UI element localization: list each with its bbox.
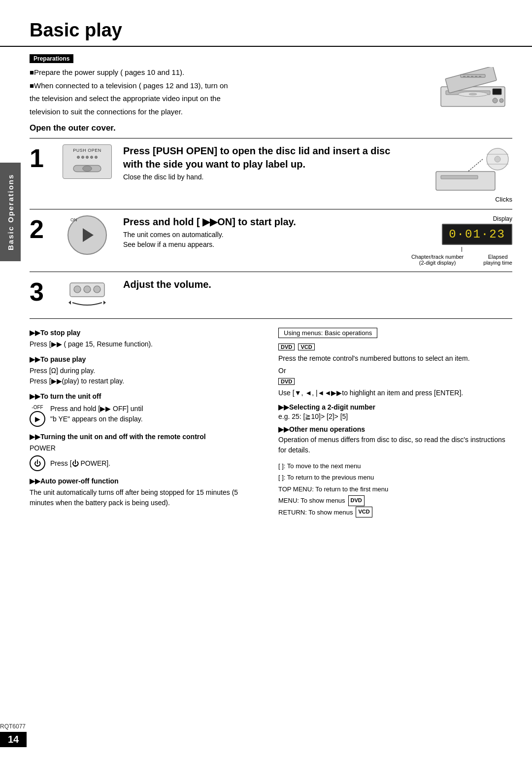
step2-main-text: Press and hold [ ▶▶ON] to start play. xyxy=(123,215,402,229)
power-btn-circle: ▶ xyxy=(30,411,45,427)
vcd-badge: VCD xyxy=(298,344,314,350)
display-panel: 0·01·23 xyxy=(442,224,512,245)
page-title: Basic play xyxy=(0,15,532,47)
using-menus-box: Using menus: Basic operations xyxy=(278,328,377,338)
selecting-title: ▶▶Selecting a 2-digit number xyxy=(278,403,512,411)
display-divider: | xyxy=(411,246,512,252)
power-btn-row: ⏻ Press [⏻ POWER]. xyxy=(30,455,264,471)
svg-rect-16 xyxy=(436,172,495,190)
svg-rect-2 xyxy=(493,89,501,95)
display-label: Display xyxy=(493,215,512,222)
power-text: Press [⏻ POWER]. xyxy=(50,458,110,469)
tip-auto-power: ▶▶Auto power-off function The unit autom… xyxy=(30,476,264,508)
tip-stop-title: ▶▶To stop play xyxy=(30,328,264,338)
tip-auto-power-body: The unit automatically turns off after b… xyxy=(30,487,264,508)
power-circle-icon: ⏻ xyxy=(30,455,45,471)
menu-dvd-text: MENU: To show menus xyxy=(278,495,345,506)
device-dot-4 xyxy=(90,156,93,159)
tip-turn-off-title: ▶▶To turn the unit off xyxy=(30,391,264,402)
step1-main-text: Press [PUSH OPEN] to open the disc lid a… xyxy=(123,144,405,171)
svg-rect-23 xyxy=(74,286,81,293)
step1-section: 1 PUSH OPEN xyxy=(30,138,512,209)
menu-dvd-badge: DVD xyxy=(348,495,365,506)
device-dot-1 xyxy=(77,156,80,159)
svg-rect-25 xyxy=(94,286,100,293)
page-number: 14 xyxy=(0,732,27,747)
step2-number: 2 xyxy=(30,216,51,242)
side-tab: Basic Operations xyxy=(0,163,21,261)
step3-main-text: Adjust the volume. xyxy=(123,278,512,291)
on-label: ON xyxy=(70,217,77,222)
tip-turn-off: ▶▶To turn the unit off -OFF ▶ Press and … xyxy=(30,391,264,427)
step2-right: Display 0·01·23 | Chapter/track number (… xyxy=(411,215,512,266)
device-dot-5 xyxy=(95,156,98,159)
return-vcd-text: RETURN: To show menus xyxy=(278,507,353,518)
using-menus-label: Using menus: Basic operations xyxy=(284,329,372,337)
step2-sub1: The unit comes on automatically. xyxy=(123,231,402,239)
tip-remote-control: ▶▶Turning the unit on and off with the r… xyxy=(30,432,264,471)
svg-rect-11 xyxy=(471,76,473,77)
svg-rect-24 xyxy=(84,286,91,293)
main-content: Preparations ■Prepare the power supply (… xyxy=(0,47,532,518)
return-vcd-badge: VCD xyxy=(356,507,372,517)
step3-section: 3 xyxy=(30,272,512,319)
step1-content: Press [PUSH OPEN] to open the disc lid a… xyxy=(123,144,405,181)
tip-stop-play: ▶▶To stop play Press [▶▶ ( page 15, Resu… xyxy=(30,328,264,349)
caption-right-2: playing time xyxy=(483,260,512,266)
svg-marker-26 xyxy=(68,301,71,305)
step1-right: Clicks xyxy=(414,144,512,203)
selecting-body: e.g. 25: [≧10]> [2]> [5] xyxy=(278,413,512,420)
step2-content: Press and hold [ ▶▶ON] to start play. Th… xyxy=(123,215,402,248)
step2-section: 2 ON Press and hold [ ▶▶ON] to start pla… xyxy=(30,209,512,272)
svg-rect-10 xyxy=(467,76,469,77)
dvd-text: Use [▼, ◄, |◄◄▶▶to highlight an item and… xyxy=(278,388,512,398)
display-caption: Chapter/track number (2-digit display) E… xyxy=(411,254,512,266)
display-caption-left: Chapter/track number (2-digit display) xyxy=(411,254,464,266)
prep-line2-cont: the television and select the appropriat… xyxy=(30,93,424,104)
or-label: Or xyxy=(278,367,512,375)
step3-image xyxy=(60,278,114,312)
menu-dvd-row: MENU: To show menus DVD xyxy=(278,495,512,506)
step1-sub-text: Close the disc lid by hand. xyxy=(123,173,405,181)
dvd-vcd-row: DVD VCD xyxy=(278,342,512,350)
play-triangle-icon xyxy=(83,228,94,242)
push-open-device: PUSH OPEN xyxy=(63,144,112,179)
dvd-row2: DVD xyxy=(278,377,512,385)
tip-pause-title: ▶▶To pause play xyxy=(30,354,264,365)
caption-left-1: Chapter/track number xyxy=(411,254,464,260)
page-container: Basic Operations Basic play Preparations… xyxy=(0,0,532,757)
prep-device-image xyxy=(433,67,512,111)
display-caption-right: Elapsed playing time xyxy=(483,254,512,266)
power-off-button: -OFF ▶ xyxy=(30,404,45,427)
device-dot-3 xyxy=(86,156,89,159)
step2-image: ON xyxy=(60,215,114,255)
other-body: Operation of menus differs from disc to … xyxy=(278,435,512,455)
disc-insert-svg xyxy=(433,144,512,194)
prep-line2-start: ■When connected to a television ( pages … xyxy=(30,80,424,92)
bottom-section: ▶▶To stop play Press [▶▶ ( page 15, Resu… xyxy=(30,326,512,518)
svg-point-15 xyxy=(83,166,92,171)
footer-left: RQT6077 14 xyxy=(0,723,27,747)
svg-marker-27 xyxy=(103,301,106,305)
tip-power-label: POWER xyxy=(30,443,264,453)
preparations-badge: Preparations xyxy=(30,54,73,63)
step1-row: 1 PUSH OPEN xyxy=(30,144,512,203)
page-footer: RQT6077 14 xyxy=(0,723,532,747)
svg-point-19 xyxy=(495,156,500,162)
display-panel-container: Display 0·01·23 | Chapter/track number (… xyxy=(411,215,512,266)
bottom-right: Using menus: Basic operations DVD VCD Pr… xyxy=(278,328,512,518)
caption-left-2: (2-digit display) xyxy=(419,260,456,266)
dvd-vcd-text: Press the remote control's numbered butt… xyxy=(278,353,512,364)
menu-navigation: [ ]: To move to the next menu [ ]: To re… xyxy=(278,460,512,518)
svg-rect-13 xyxy=(479,76,481,77)
tip-turn-off-line2: "b YE" appears on the display. xyxy=(50,414,143,424)
device-dots xyxy=(77,156,98,159)
tip-remote-title: ▶▶Turning the unit on and off with the r… xyxy=(30,432,264,442)
dvd-player-svg xyxy=(436,67,510,111)
tip-pause-line1: Press [Ω] during play. xyxy=(30,366,264,376)
tip-auto-power-title: ▶▶Auto power-off function xyxy=(30,476,264,486)
prep-line1: ■Prepare the power supply ( pages 10 and… xyxy=(30,67,424,78)
tip-turn-off-lines: Press and hold [▶▶ OFF] until "b YE" app… xyxy=(50,404,143,424)
svg-rect-12 xyxy=(475,76,477,77)
step1-image: PUSH OPEN xyxy=(60,144,114,179)
